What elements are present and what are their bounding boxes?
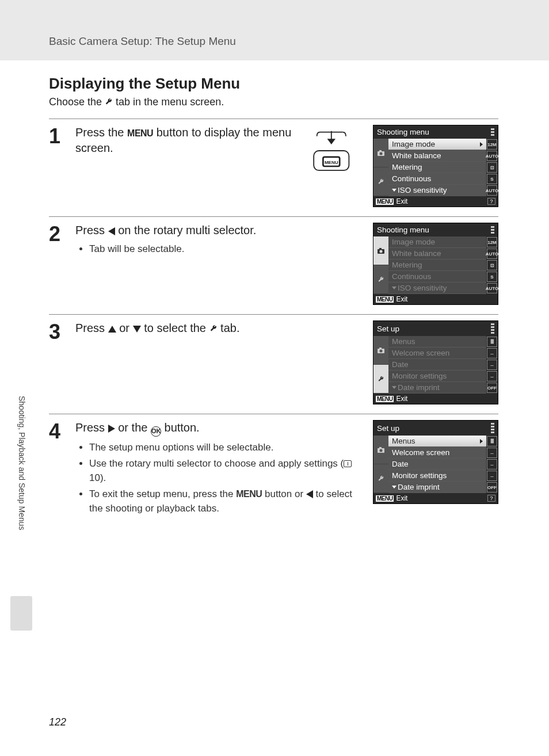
step-4-bullet-3: To exit the setup menu, press the MENU b… bbox=[89, 487, 364, 516]
step-number: 4 bbox=[49, 420, 66, 517]
chapter-header: Basic Camera Setup: The Setup Menu bbox=[0, 0, 549, 60]
chapter-title: Basic Camera Setup: The Setup Menu bbox=[49, 35, 236, 60]
side-section-label: Shooting, Playback and Setup Menus bbox=[17, 396, 26, 530]
list-item: Metering bbox=[388, 162, 486, 173]
step-1: 1 Press the MENU button to display the m… bbox=[49, 119, 498, 216]
list-item: Menus bbox=[388, 436, 486, 447]
list-item: Menus bbox=[388, 336, 486, 348]
list-item: White balance bbox=[388, 150, 486, 162]
page-subtitle: Choose the tab in the menu screen. bbox=[49, 96, 498, 108]
step-4-bullet-2: Use the rotary multi selector to choose … bbox=[89, 456, 364, 486]
list-item: Image mode bbox=[388, 139, 486, 150]
left-arrow-icon bbox=[108, 227, 115, 235]
svg-rect-5 bbox=[379, 150, 382, 152]
page-ref-icon bbox=[344, 460, 352, 467]
page-title: Displaying the Setup Menu bbox=[49, 75, 498, 93]
setup-tab-icon bbox=[373, 464, 388, 493]
step-4-bullet-1: The setup menu options will be selectabl… bbox=[89, 440, 364, 455]
svg-point-4 bbox=[380, 152, 383, 155]
setup-tab-icon bbox=[373, 265, 388, 294]
list-item: Monitor settings bbox=[388, 371, 486, 382]
list-item: Continuous bbox=[388, 271, 486, 282]
help-icon: ? bbox=[487, 495, 495, 502]
list-item: ISO sensitivity bbox=[388, 282, 486, 294]
step-2-bullet: Tab will be selectable. bbox=[89, 242, 364, 257]
down-arrow-icon bbox=[133, 326, 141, 333]
setup-tab-icon-selected bbox=[373, 365, 388, 394]
side-tab-marker bbox=[10, 596, 32, 631]
list-item: White balance bbox=[388, 248, 486, 259]
value-badges: ≣------OFF bbox=[486, 436, 498, 493]
list-item: Image mode bbox=[388, 236, 486, 248]
lcd-setup-active: Set up Menus Welcome screen bbox=[373, 420, 498, 504]
camera-tab-icon bbox=[373, 436, 388, 464]
left-arrow-icon bbox=[306, 490, 313, 498]
list-item: Date bbox=[388, 459, 486, 470]
page-content: Displaying the Setup Menu Choose the tab… bbox=[0, 60, 549, 526]
list-item: Welcome screen bbox=[388, 447, 486, 459]
ok-button-icon: OK bbox=[151, 426, 161, 437]
wrench-icon bbox=[209, 324, 218, 333]
value-badges: 12MAUTO⊡SAUTO bbox=[486, 139, 498, 196]
svg-rect-11 bbox=[379, 348, 382, 349]
scrollbar-icon bbox=[491, 423, 494, 433]
svg-point-7 bbox=[380, 250, 383, 253]
step-number: 3 bbox=[49, 320, 66, 404]
value-badges: 12MAUTO⊡SAUTO bbox=[486, 236, 498, 294]
list-item: Metering bbox=[388, 259, 486, 271]
wrench-icon bbox=[105, 98, 113, 106]
scrollbar-icon bbox=[491, 226, 494, 234]
list-item: ISO sensitivity bbox=[388, 185, 486, 196]
step-4-text: Press or the OK button. bbox=[75, 420, 364, 437]
step-1-text: Press the MENU button to display the men… bbox=[75, 125, 300, 156]
camera-tab-icon bbox=[373, 139, 388, 167]
list-item: Welcome screen bbox=[388, 348, 486, 359]
svg-rect-14 bbox=[379, 447, 382, 449]
scrollbar-icon bbox=[491, 128, 494, 136]
svg-rect-8 bbox=[379, 248, 382, 250]
step-4: 4 Press or the OK button. The setup menu… bbox=[49, 414, 498, 526]
camera-tab-icon bbox=[373, 336, 388, 365]
lcd-shooting-menu-tabselect: Shooting menu Image mode White b bbox=[373, 223, 498, 305]
up-arrow-icon bbox=[108, 326, 116, 333]
lcd-shooting-menu-active: Shooting menu Image mode White b bbox=[373, 125, 498, 207]
step-3: 3 Press or to select the tab. Set up bbox=[49, 315, 498, 414]
page-number: 122 bbox=[49, 716, 66, 728]
svg-point-10 bbox=[380, 349, 383, 352]
help-icon: ? bbox=[487, 198, 495, 205]
camera-tab-icon-selected bbox=[373, 236, 388, 265]
step-number: 1 bbox=[49, 125, 66, 207]
list-item: Continuous bbox=[388, 173, 486, 185]
step-2-text: Press on the rotary multi selector. bbox=[75, 223, 364, 238]
list-item: Date imprint bbox=[388, 382, 486, 394]
lcd-setup-tabselect: Set up Menus Welcome screen bbox=[373, 320, 498, 404]
svg-text:MENU: MENU bbox=[325, 160, 338, 165]
setup-tab-icon bbox=[373, 167, 388, 196]
list-item: Monitor settings bbox=[388, 470, 486, 482]
value-badges: ≣------OFF bbox=[486, 336, 498, 394]
menu-button-illustration: MENU bbox=[310, 125, 361, 179]
list-item: Date bbox=[388, 359, 486, 371]
scrollbar-icon bbox=[491, 323, 494, 334]
list-item: Date imprint bbox=[388, 482, 486, 493]
step-number: 2 bbox=[49, 223, 66, 305]
step-3-text: Press or to select the tab. bbox=[75, 320, 364, 336]
svg-point-13 bbox=[380, 449, 383, 452]
step-2: 2 Press on the rotary multi selector. Ta… bbox=[49, 217, 498, 314]
right-arrow-icon bbox=[108, 425, 115, 433]
